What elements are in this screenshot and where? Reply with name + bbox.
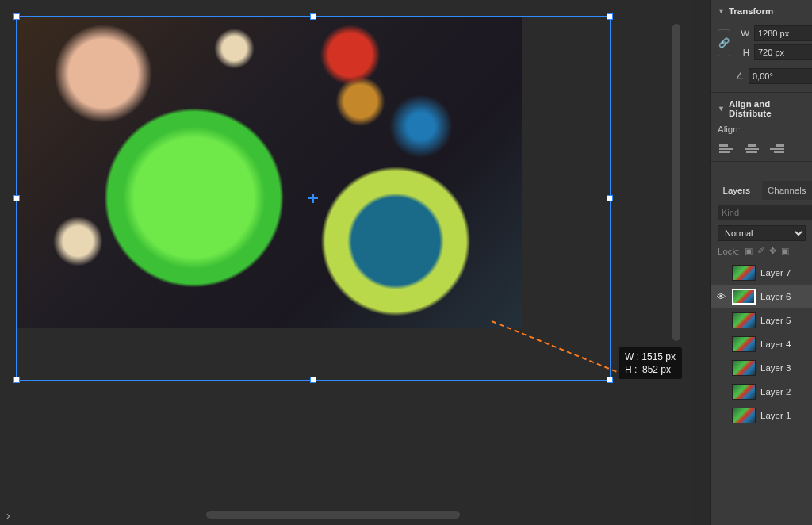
layer-controls: ▼ ■ Normal Lock: ▣ ✐ ✥ ▣ xyxy=(711,200,812,261)
breadcrumb-toggle-icon[interactable]: › xyxy=(6,509,10,522)
layer-thumbnail[interactable] xyxy=(732,265,756,281)
layer-thumbnail[interactable] xyxy=(732,384,756,400)
visibility-toggle[interactable] xyxy=(716,339,727,350)
chevron-down-icon: ▼ xyxy=(718,7,725,15)
layer-list: Layer 7👁Layer 6Layer 5Layer 4Layer 3Laye… xyxy=(711,261,812,427)
align-title: Align and Distribute xyxy=(729,99,806,118)
layer-thumbnail[interactable] xyxy=(732,408,756,423)
horizontal-scrollbar[interactable] xyxy=(206,511,460,519)
layer-item[interactable]: 👁Layer 6 xyxy=(711,285,812,308)
visibility-toggle[interactable] xyxy=(716,267,727,278)
layer-item[interactable]: Layer 1 xyxy=(711,404,812,427)
tab-layers[interactable]: Layers xyxy=(711,181,762,200)
layer-name-label: Layer 1 xyxy=(760,411,791,420)
angle-icon: ∠ xyxy=(735,71,744,82)
resize-tooltip: W : 1515 px H : 852 px xyxy=(619,347,682,379)
layer-thumbnail[interactable] xyxy=(732,312,756,328)
link-wh-toggle[interactable]: 🔗 xyxy=(718,29,730,56)
layer-name-label: Layer 5 xyxy=(760,316,791,325)
layer-item[interactable]: Layer 5 xyxy=(711,308,812,332)
transform-header[interactable]: ▼ Transform xyxy=(718,6,806,16)
tab-channels[interactable]: Channels xyxy=(762,181,813,200)
handle-bottom-left[interactable] xyxy=(13,377,20,383)
handle-top-right[interactable] xyxy=(607,13,613,20)
width-label: W xyxy=(738,29,749,38)
align-header[interactable]: ▼ Align and Distribute xyxy=(718,99,806,118)
blend-mode-select[interactable]: Normal xyxy=(718,225,806,241)
align-center-button[interactable] xyxy=(745,140,759,153)
rotation-input[interactable] xyxy=(749,68,812,84)
visibility-toggle[interactable] xyxy=(716,362,727,374)
handle-top-center[interactable] xyxy=(310,13,316,20)
visibility-toggle[interactable] xyxy=(716,315,727,326)
layer-name-label: Layer 3 xyxy=(760,363,791,373)
layer-item[interactable]: Layer 4 xyxy=(711,332,812,356)
lock-row: Lock: ▣ ✐ ✥ ▣ xyxy=(718,246,806,256)
layers-tabs: Layers Channels xyxy=(711,181,812,200)
visibility-toggle[interactable] xyxy=(716,386,727,397)
transform-section: ▼ Transform 🔗 W H ∠ ▼ xyxy=(711,0,812,93)
chevron-down-icon: ▼ xyxy=(718,105,725,113)
transform-origin-icon[interactable] xyxy=(308,194,318,203)
handle-middle-left[interactable] xyxy=(13,195,20,201)
handle-bottom-center[interactable] xyxy=(310,377,316,383)
handle-top-left[interactable] xyxy=(13,13,20,20)
layer-item[interactable]: Layer 2 xyxy=(711,380,812,404)
properties-panel: ▼ Transform 🔗 W H ∠ ▼ xyxy=(710,0,812,525)
handle-middle-right[interactable] xyxy=(607,195,613,201)
layer-thumbnail[interactable] xyxy=(732,336,756,352)
layer-name-label: Layer 7 xyxy=(760,268,791,278)
align-label: Align: xyxy=(718,125,806,134)
lock-artboard-icon[interactable]: ▣ xyxy=(781,246,789,256)
layer-name-label: Layer 6 xyxy=(760,292,791,301)
layer-thumbnail[interactable] xyxy=(732,289,756,305)
lock-position-icon[interactable]: ✥ xyxy=(769,246,776,256)
lock-brush-icon[interactable]: ✐ xyxy=(757,246,764,256)
tooltip-h: H : 852 px xyxy=(625,364,671,375)
canvas-area[interactable]: W : 1515 px H : 852 px › xyxy=(0,0,690,525)
align-section: ▼ Align and Distribute Align: xyxy=(711,93,812,162)
visibility-toggle[interactable]: 👁 xyxy=(716,291,727,302)
link-icon: 🔗 xyxy=(718,37,730,48)
align-right-button[interactable] xyxy=(770,140,784,153)
vertical-scrollbar[interactable] xyxy=(672,24,680,341)
height-label: H xyxy=(738,48,749,57)
layer-thumbnail[interactable] xyxy=(732,360,756,376)
layer-item[interactable]: Layer 3 xyxy=(711,356,812,380)
transform-bounding-box[interactable] xyxy=(16,16,611,381)
layer-item[interactable]: Layer 7 xyxy=(711,261,812,285)
layer-name-label: Layer 4 xyxy=(760,339,791,349)
lock-transparency-icon[interactable]: ▣ xyxy=(745,246,753,256)
tooltip-w: W : 1515 px xyxy=(625,351,676,362)
handle-bottom-right[interactable] xyxy=(607,377,613,383)
lock-label: Lock: xyxy=(718,247,740,256)
width-input[interactable] xyxy=(754,25,812,41)
align-left-button[interactable] xyxy=(719,140,733,153)
kind-filter-input[interactable] xyxy=(718,205,812,220)
layer-name-label: Layer 2 xyxy=(760,387,791,397)
visibility-toggle[interactable] xyxy=(716,410,727,421)
height-input[interactable] xyxy=(754,44,812,60)
eye-icon: 👁 xyxy=(717,292,726,301)
transform-title: Transform xyxy=(729,6,773,16)
